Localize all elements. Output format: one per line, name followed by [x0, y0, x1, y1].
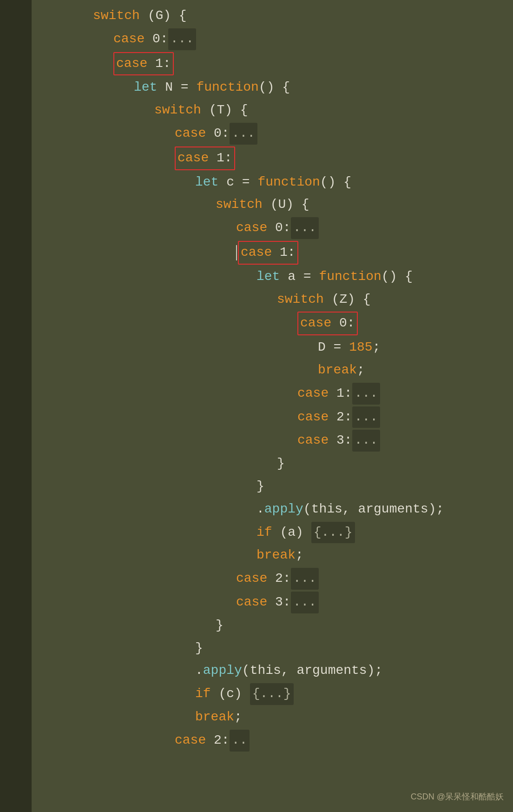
highlighted-case: case 0: [297, 312, 358, 335]
code-token: switch [277, 289, 324, 310]
code-line: case 2:.. [0, 729, 513, 752]
code-line: break; [0, 359, 513, 382]
code-line: } [0, 475, 513, 498]
code-token: switch [93, 6, 140, 27]
code-line: case 3:... [0, 429, 513, 453]
code-token: case [241, 245, 272, 260]
collapsed-code: ... [352, 430, 380, 452]
code-token: 0: [267, 218, 290, 239]
code-token: function [319, 266, 381, 287]
code-token: 185 [349, 337, 372, 358]
code-token: } [195, 638, 203, 659]
highlighted-case: case 1: [175, 146, 235, 170]
code-token: 0: [331, 316, 355, 330]
code-line: } [0, 614, 513, 637]
code-token: ; [296, 545, 303, 566]
code-token: function [196, 77, 258, 98]
code-line: case 0:... [0, 122, 513, 146]
code-token: () { [259, 77, 290, 98]
code-line: case 0: [0, 311, 513, 336]
code-token: ; [357, 360, 365, 381]
code-line: .apply(this, arguments); [0, 659, 513, 682]
code-editor: switch (G) {case 0:...case 1:let N = fun… [0, 0, 513, 812]
code-token: (G) { [140, 6, 187, 27]
code-line: switch (T) { [0, 99, 513, 122]
code-token: if [256, 522, 272, 543]
code-token: case [297, 430, 329, 451]
text-cursor [236, 245, 237, 261]
code-line: case 1: [0, 146, 513, 171]
code-token: 3: [267, 592, 290, 613]
code-token: ; [234, 707, 242, 728]
code-token: case [175, 730, 206, 751]
code-lines: switch (G) {case 0:...case 1:let N = fun… [0, 5, 513, 754]
code-line: let N = function() { [0, 76, 513, 99]
code-token: case [116, 56, 147, 71]
code-token: . [256, 499, 264, 520]
collapsed-code: ... [291, 217, 319, 239]
highlighted-case: case 1: [238, 241, 298, 265]
code-token: 1: [209, 151, 232, 165]
highlighted-case: case 1: [113, 52, 174, 76]
collapsed-code: ... [291, 568, 319, 590]
code-line: } [0, 453, 513, 475]
code-token: (T) { [201, 100, 248, 121]
code-token: (c) [211, 684, 250, 705]
code-token: 2: [206, 730, 229, 751]
watermark: CSDN @呆呆怪和酷酷妖 [411, 790, 504, 804]
collapsed-code: {...} [250, 683, 294, 705]
collapsed-code: ... [230, 123, 257, 145]
code-line: let a = function() { [0, 266, 513, 288]
code-token: 2: [329, 407, 352, 428]
code-line: case 3:... [0, 591, 513, 614]
code-token: case [236, 592, 267, 613]
code-line: case 1: [0, 51, 513, 77]
code-token: break [256, 545, 296, 566]
code-token: (U) { [263, 194, 309, 215]
code-token: 1: [147, 56, 171, 71]
code-token: case [178, 151, 209, 165]
code-token: 0: [145, 29, 168, 50]
code-line: switch (U) { [0, 193, 513, 216]
code-token: if [195, 684, 211, 705]
code-token: (a) [272, 522, 311, 543]
code-token: c = [218, 172, 257, 193]
code-token: case [236, 218, 267, 239]
collapsed-code: ... [291, 592, 319, 613]
code-token: D = [318, 337, 349, 358]
code-token: let [256, 266, 280, 287]
code-token: function [257, 172, 320, 193]
code-token: apply [264, 499, 303, 520]
code-token: () { [381, 266, 413, 287]
code-token: case [175, 123, 206, 144]
code-token: case [297, 383, 329, 404]
code-token: let [134, 77, 157, 98]
code-line: case 2:... [0, 406, 513, 429]
code-token: (this, arguments); [303, 499, 444, 520]
code-line: if (c) {...} [0, 682, 513, 706]
code-token: (Z) { [324, 289, 371, 310]
code-token: let [195, 172, 218, 193]
code-line: .apply(this, arguments); [0, 498, 513, 521]
collapsed-code: ... [168, 28, 196, 50]
code-token: 1: [272, 245, 295, 260]
code-line [0, 752, 513, 754]
code-token: apply [203, 660, 242, 681]
code-token: 0: [206, 123, 229, 144]
code-token: ; [373, 337, 381, 358]
code-line: case 0:... [0, 216, 513, 240]
collapsed-code: ... [352, 383, 380, 405]
code-line: D = 185; [0, 336, 513, 359]
code-token: () { [320, 172, 351, 193]
code-token: case [297, 407, 329, 428]
collapsed-code: .. [230, 730, 250, 752]
code-token: . [195, 660, 203, 681]
code-token: (this, arguments); [242, 660, 382, 681]
code-token: } [277, 453, 285, 474]
collapsed-code: ... [352, 406, 380, 428]
code-token: } [216, 615, 224, 636]
code-token: } [256, 476, 264, 497]
code-token: N = [157, 77, 196, 98]
code-token: case [113, 29, 145, 50]
code-line: if (a) {...} [0, 521, 513, 545]
